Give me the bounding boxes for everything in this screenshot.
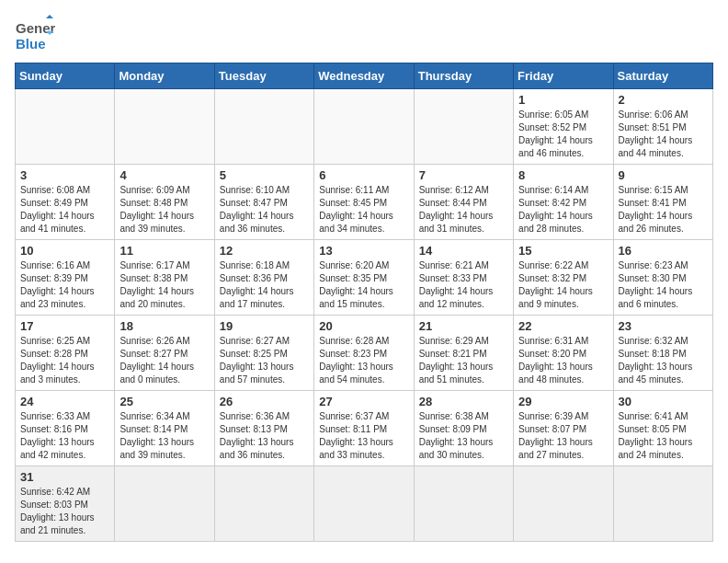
day-info: Sunrise: 6:42 AM Sunset: 8:03 PM Dayligh… (20, 486, 109, 537)
day-info: Sunrise: 6:39 AM Sunset: 8:07 PM Dayligh… (518, 410, 608, 462)
weekday-header-wednesday: Wednesday (314, 63, 414, 89)
calendar-cell: 11Sunrise: 6:17 AM Sunset: 8:38 PM Dayli… (115, 240, 214, 316)
calendar-week-1: 1Sunrise: 6:05 AM Sunset: 8:52 PM Daylig… (16, 89, 713, 165)
day-number: 4 (119, 168, 209, 182)
day-info: Sunrise: 6:12 AM Sunset: 8:44 PM Dayligh… (419, 184, 508, 236)
calendar-cell (314, 89, 414, 165)
day-number: 29 (518, 395, 608, 408)
day-info: Sunrise: 6:14 AM Sunset: 8:42 PM Dayligh… (518, 184, 608, 236)
calendar-week-4: 17Sunrise: 6:25 AM Sunset: 8:28 PM Dayli… (16, 316, 713, 391)
weekday-header-thursday: Thursday (414, 63, 513, 89)
calendar-cell: 21Sunrise: 6:29 AM Sunset: 8:21 PM Dayli… (414, 316, 513, 391)
day-number: 22 (518, 319, 608, 333)
calendar-cell: 7Sunrise: 6:12 AM Sunset: 8:44 PM Daylig… (414, 165, 513, 240)
day-info: Sunrise: 6:05 AM Sunset: 8:52 PM Dayligh… (518, 109, 608, 160)
calendar-cell: 19Sunrise: 6:27 AM Sunset: 8:25 PM Dayli… (214, 316, 313, 391)
logo: General Blue (15, 15, 55, 55)
calendar-header: SundayMondayTuesdayWednesdayThursdayFrid… (16, 63, 713, 89)
calendar-cell: 5Sunrise: 6:10 AM Sunset: 8:47 PM Daylig… (214, 165, 313, 240)
calendar-cell: 15Sunrise: 6:22 AM Sunset: 8:32 PM Dayli… (514, 240, 613, 316)
calendar-cell: 2Sunrise: 6:06 AM Sunset: 8:51 PM Daylig… (613, 89, 712, 165)
calendar-cell: 30Sunrise: 6:41 AM Sunset: 8:05 PM Dayli… (613, 391, 712, 466)
day-number: 12 (220, 244, 309, 258)
day-info: Sunrise: 6:21 AM Sunset: 8:33 PM Dayligh… (419, 259, 508, 311)
calendar-cell: 14Sunrise: 6:21 AM Sunset: 8:33 PM Dayli… (414, 240, 513, 316)
calendar-cell: 28Sunrise: 6:38 AM Sunset: 8:09 PM Dayli… (414, 391, 513, 466)
calendar-week-3: 10Sunrise: 6:16 AM Sunset: 8:39 PM Dayli… (16, 240, 713, 316)
day-info: Sunrise: 6:33 AM Sunset: 8:16 PM Dayligh… (20, 410, 109, 462)
day-number: 2 (619, 93, 708, 107)
day-info: Sunrise: 6:16 AM Sunset: 8:39 PM Dayligh… (20, 259, 109, 311)
calendar-cell: 6Sunrise: 6:11 AM Sunset: 8:45 PM Daylig… (314, 165, 414, 240)
day-number: 26 (220, 395, 309, 408)
day-info: Sunrise: 6:08 AM Sunset: 8:49 PM Dayligh… (20, 184, 109, 236)
weekday-header-monday: Monday (115, 63, 214, 89)
calendar-cell: 17Sunrise: 6:25 AM Sunset: 8:28 PM Dayli… (16, 316, 115, 391)
day-info: Sunrise: 6:22 AM Sunset: 8:32 PM Dayligh… (518, 259, 608, 311)
day-number: 13 (319, 244, 408, 258)
day-number: 14 (419, 244, 508, 258)
day-number: 31 (20, 470, 109, 484)
calendar-cell: 20Sunrise: 6:28 AM Sunset: 8:23 PM Dayli… (314, 316, 414, 391)
calendar-cell: 24Sunrise: 6:33 AM Sunset: 8:16 PM Dayli… (16, 391, 115, 466)
general-blue-logo-icon: General Blue (15, 15, 55, 55)
day-info: Sunrise: 6:15 AM Sunset: 8:41 PM Dayligh… (619, 184, 708, 236)
calendar-week-6: 31Sunrise: 6:42 AM Sunset: 8:03 PM Dayli… (16, 466, 713, 542)
day-number: 9 (619, 168, 708, 182)
calendar-cell (514, 466, 613, 542)
calendar-cell (115, 89, 214, 165)
day-info: Sunrise: 6:36 AM Sunset: 8:13 PM Dayligh… (220, 410, 309, 462)
calendar-cell: 23Sunrise: 6:32 AM Sunset: 8:18 PM Dayli… (613, 316, 712, 391)
calendar-cell: 29Sunrise: 6:39 AM Sunset: 8:07 PM Dayli… (514, 391, 613, 466)
day-number: 28 (419, 395, 508, 408)
day-number: 27 (319, 395, 408, 408)
day-info: Sunrise: 6:09 AM Sunset: 8:48 PM Dayligh… (119, 184, 209, 236)
header: General Blue (15, 15, 713, 55)
calendar-cell: 8Sunrise: 6:14 AM Sunset: 8:42 PM Daylig… (514, 165, 613, 240)
calendar-cell (115, 466, 214, 542)
weekday-header-saturday: Saturday (613, 63, 712, 89)
calendar-cell: 3Sunrise: 6:08 AM Sunset: 8:49 PM Daylig… (16, 165, 115, 240)
calendar-cell: 13Sunrise: 6:20 AM Sunset: 8:35 PM Dayli… (314, 240, 414, 316)
day-number: 24 (20, 395, 109, 408)
day-number: 18 (119, 319, 209, 333)
day-info: Sunrise: 6:11 AM Sunset: 8:45 PM Dayligh… (319, 184, 408, 236)
calendar-cell (16, 89, 115, 165)
calendar-cell: 1Sunrise: 6:05 AM Sunset: 8:52 PM Daylig… (514, 89, 613, 165)
calendar-cell (613, 466, 712, 542)
day-number: 7 (419, 168, 508, 182)
day-info: Sunrise: 6:10 AM Sunset: 8:47 PM Dayligh… (220, 184, 309, 236)
calendar-cell: 4Sunrise: 6:09 AM Sunset: 8:48 PM Daylig… (115, 165, 214, 240)
day-number: 10 (20, 244, 109, 258)
day-number: 23 (619, 319, 708, 333)
calendar-cell: 22Sunrise: 6:31 AM Sunset: 8:20 PM Dayli… (514, 316, 613, 391)
calendar-cell (214, 89, 313, 165)
calendar-cell (414, 89, 513, 165)
calendar-cell (314, 466, 414, 542)
day-info: Sunrise: 6:29 AM Sunset: 8:21 PM Dayligh… (419, 335, 508, 386)
day-info: Sunrise: 6:26 AM Sunset: 8:27 PM Dayligh… (119, 335, 209, 386)
calendar-cell: 16Sunrise: 6:23 AM Sunset: 8:30 PM Dayli… (613, 240, 712, 316)
day-info: Sunrise: 6:38 AM Sunset: 8:09 PM Dayligh… (419, 410, 508, 462)
day-number: 5 (220, 168, 309, 182)
day-info: Sunrise: 6:20 AM Sunset: 8:35 PM Dayligh… (319, 259, 408, 311)
calendar-cell: 26Sunrise: 6:36 AM Sunset: 8:13 PM Dayli… (214, 391, 313, 466)
day-number: 3 (20, 168, 109, 182)
calendar-cell (414, 466, 513, 542)
calendar-table: SundayMondayTuesdayWednesdayThursdayFrid… (15, 63, 713, 542)
calendar-cell: 12Sunrise: 6:18 AM Sunset: 8:36 PM Dayli… (214, 240, 313, 316)
calendar-cell: 31Sunrise: 6:42 AM Sunset: 8:03 PM Dayli… (16, 466, 115, 542)
calendar-cell: 25Sunrise: 6:34 AM Sunset: 8:14 PM Dayli… (115, 391, 214, 466)
day-info: Sunrise: 6:27 AM Sunset: 8:25 PM Dayligh… (220, 335, 309, 386)
day-info: Sunrise: 6:32 AM Sunset: 8:18 PM Dayligh… (619, 335, 708, 386)
day-number: 20 (319, 319, 408, 333)
calendar-cell: 27Sunrise: 6:37 AM Sunset: 8:11 PM Dayli… (314, 391, 414, 466)
calendar-week-5: 24Sunrise: 6:33 AM Sunset: 8:16 PM Dayli… (16, 391, 713, 466)
day-number: 8 (518, 168, 608, 182)
day-info: Sunrise: 6:28 AM Sunset: 8:23 PM Dayligh… (319, 335, 408, 386)
calendar-cell: 9Sunrise: 6:15 AM Sunset: 8:41 PM Daylig… (613, 165, 712, 240)
day-number: 19 (220, 319, 309, 333)
weekday-header-friday: Friday (514, 63, 613, 89)
day-info: Sunrise: 6:25 AM Sunset: 8:28 PM Dayligh… (20, 335, 109, 386)
day-info: Sunrise: 6:23 AM Sunset: 8:30 PM Dayligh… (619, 259, 708, 311)
